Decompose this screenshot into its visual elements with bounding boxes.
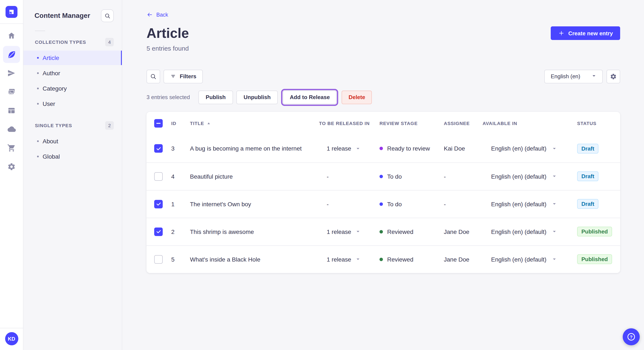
column-header-available-in[interactable]: AVAILABLE IN bbox=[482, 121, 577, 126]
sidebar-search-button[interactable] bbox=[101, 9, 114, 22]
nav-item-home[interactable] bbox=[0, 26, 23, 45]
nav-item-cloud[interactable] bbox=[0, 120, 23, 139]
row-checkbox[interactable] bbox=[154, 227, 163, 236]
row-checkbox[interactable] bbox=[154, 144, 163, 153]
sidebar-section: COLLECTION TYPES4ArticleAuthorCategoryUs… bbox=[24, 38, 122, 111]
row-checkbox[interactable] bbox=[154, 200, 163, 208]
sidebar-sections: COLLECTION TYPES4ArticleAuthorCategoryUs… bbox=[24, 38, 122, 174]
stage-dot-icon bbox=[380, 202, 383, 206]
settings-icon bbox=[3, 158, 20, 175]
nav-rail: KD bbox=[0, 0, 24, 350]
cart-icon bbox=[3, 140, 20, 157]
cell-available-in: English (en) (default) bbox=[482, 228, 577, 235]
stage-dot-icon bbox=[380, 258, 383, 261]
cell-review-stage: Reviewed bbox=[380, 256, 444, 263]
nav-item-media[interactable] bbox=[0, 82, 23, 101]
user-avatar[interactable]: KD bbox=[5, 332, 18, 345]
chevron-down-icon[interactable] bbox=[552, 174, 557, 179]
nav-item-settings[interactable] bbox=[0, 157, 23, 176]
title-row: Article Create new entry bbox=[146, 25, 620, 41]
table-row[interactable]: 4Beautiful picture-To do-English (en) (d… bbox=[146, 163, 620, 190]
status-badge: Published bbox=[577, 255, 612, 264]
select-all-checkbox[interactable] bbox=[154, 119, 163, 128]
table-row[interactable]: 3A bug is becoming a meme on the interne… bbox=[146, 135, 620, 163]
locale-label: English (en) (default) bbox=[491, 228, 546, 235]
chevron-down-icon[interactable] bbox=[552, 146, 557, 151]
column-header-title[interactable]: TITLE bbox=[190, 121, 319, 126]
cell-assignee: Jane Doe bbox=[444, 256, 482, 263]
sidebar-item-author[interactable]: Author bbox=[24, 66, 122, 80]
release-count: 1 release bbox=[327, 256, 351, 263]
check-icon bbox=[156, 229, 161, 234]
check-icon bbox=[156, 201, 161, 207]
column-header-release[interactable]: TO BE RELEASED IN bbox=[319, 121, 380, 126]
stage-dot-icon bbox=[380, 147, 383, 150]
column-header-status[interactable]: STATUS bbox=[577, 121, 620, 126]
nav-item-content[interactable] bbox=[0, 45, 23, 64]
table-row[interactable]: 5What's inside a Black Hole1 releaseRevi… bbox=[146, 245, 620, 273]
back-link[interactable]: Back bbox=[146, 11, 168, 18]
cell-title: A bug is becoming a meme on the internet bbox=[190, 145, 319, 152]
cell-available-in: English (en) (default) bbox=[482, 256, 577, 263]
cell-assignee: - bbox=[444, 173, 482, 180]
media-icon bbox=[3, 83, 20, 100]
unpublish-button[interactable]: Unpublish bbox=[236, 91, 278, 104]
table-row[interactable]: 2This shrimp is awesome1 releaseReviewed… bbox=[146, 218, 620, 245]
nav-item-cart[interactable] bbox=[0, 139, 23, 157]
table-row[interactable]: 1The internet's Own boy-To do-English (e… bbox=[146, 190, 620, 218]
nav-item-layout[interactable] bbox=[0, 101, 23, 120]
sidebar-item-global[interactable]: Global bbox=[24, 149, 122, 164]
chevron-down-icon[interactable] bbox=[356, 257, 360, 262]
locale-label: English (en) (default) bbox=[491, 256, 546, 263]
chevron-down-icon[interactable] bbox=[552, 257, 557, 262]
column-header-assignee[interactable]: ASSIGNEE bbox=[444, 121, 482, 126]
cell-id: 1 bbox=[171, 201, 190, 207]
add-to-release-button[interactable]: Add to Release bbox=[283, 91, 337, 104]
stage-label: Ready to review bbox=[387, 145, 430, 152]
stage-dot-icon bbox=[380, 175, 383, 178]
stage-label: To do bbox=[387, 173, 402, 180]
bullet-icon bbox=[37, 140, 39, 142]
filters-button[interactable]: Filters bbox=[164, 70, 203, 83]
row-checkbox[interactable] bbox=[154, 172, 163, 181]
locale-label: English (en) (default) bbox=[491, 173, 546, 180]
cell-id: 4 bbox=[171, 173, 190, 180]
cell-available-in: English (en) (default) bbox=[482, 201, 577, 207]
chevron-down-icon[interactable] bbox=[552, 229, 557, 234]
bullet-icon bbox=[37, 103, 39, 105]
sidebar-item-article[interactable]: Article bbox=[24, 51, 122, 65]
section-label: COLLECTION TYPES bbox=[35, 39, 86, 45]
chevron-down-icon[interactable] bbox=[356, 146, 360, 151]
search-icon bbox=[150, 73, 157, 80]
publish-button[interactable]: Publish bbox=[198, 91, 233, 104]
toolbar-right: English (en) bbox=[544, 70, 620, 83]
strapi-logo[interactable] bbox=[6, 6, 18, 18]
help-button[interactable]: ? bbox=[623, 328, 640, 345]
sidebar-item-label: Category bbox=[42, 85, 67, 92]
status-badge: Published bbox=[577, 227, 612, 237]
check-icon bbox=[156, 146, 161, 151]
nav-item-send[interactable] bbox=[0, 64, 23, 82]
selection-bar: 3 entries selected Publish Unpublish Add… bbox=[146, 91, 620, 104]
search-button[interactable] bbox=[146, 70, 160, 83]
column-header-review-stage[interactable]: REVIEW STAGE bbox=[380, 121, 444, 126]
svg-text:?: ? bbox=[630, 335, 633, 339]
cell-review-stage: Reviewed bbox=[380, 228, 444, 235]
bullet-icon bbox=[37, 156, 39, 157]
row-checkbox[interactable] bbox=[154, 255, 163, 264]
chevron-down-icon[interactable] bbox=[552, 202, 557, 206]
content-manager-app: KD Content Manager COLLECTION TYPES4Arti… bbox=[0, 0, 644, 350]
sidebar-item-category[interactable]: Category bbox=[24, 81, 122, 96]
locale-select[interactable]: English (en) bbox=[544, 70, 603, 83]
search-icon bbox=[104, 12, 110, 19]
sidebar-item-user[interactable]: User bbox=[24, 97, 122, 111]
send-icon bbox=[3, 65, 20, 82]
sidebar-item-about[interactable]: About bbox=[24, 134, 122, 149]
chevron-down-icon[interactable] bbox=[356, 229, 360, 234]
toolbar: Filters English (en) bbox=[146, 70, 620, 83]
create-new-entry-button[interactable]: Create new entry bbox=[551, 26, 620, 40]
column-header-id[interactable]: ID bbox=[171, 121, 190, 126]
bullet-icon bbox=[37, 88, 39, 89]
view-settings-button[interactable] bbox=[606, 70, 620, 83]
delete-button[interactable]: Delete bbox=[342, 91, 372, 104]
